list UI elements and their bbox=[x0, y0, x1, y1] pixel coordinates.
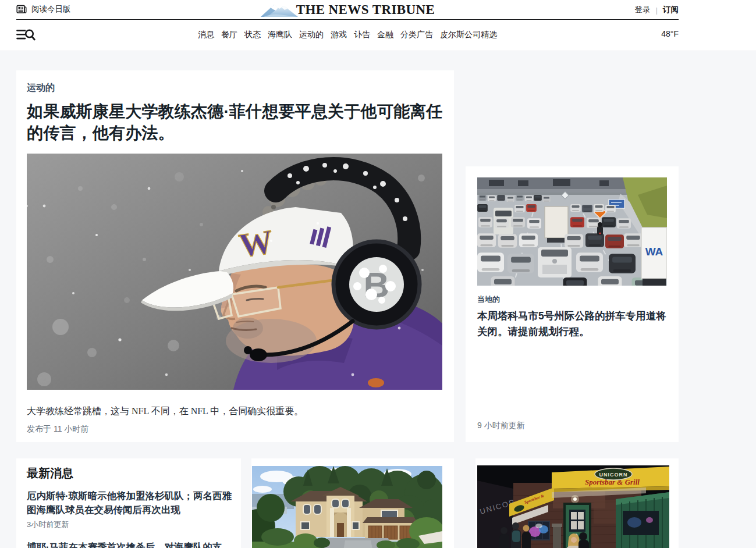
site-title: THE NEWS TRIBUNE bbox=[296, 2, 435, 17]
nav-item-finance[interactable]: 金融 bbox=[377, 30, 393, 40]
nav-bar: 消息 餐厅 状态 海鹰队 运动的 游戏 讣告 金融 分类广告 皮尔斯公司精选 4… bbox=[16, 19, 679, 50]
nav-item-sports[interactable]: 运动的 bbox=[299, 30, 324, 40]
account-separator: | bbox=[655, 6, 658, 15]
latest-news-item-timestamp: 3小时前更新 bbox=[27, 519, 232, 530]
sign-unicorn-text: UNICORN bbox=[599, 472, 628, 478]
main-article-image[interactable]: W B bbox=[27, 154, 442, 390]
latest-news-item-headline[interactable]: 博耶·马菲在本赛季首次擒杀后，对海鹰队的支 bbox=[27, 540, 232, 548]
house-image[interactable] bbox=[252, 466, 442, 548]
main-article-timestamp: 发布于 11 小时前 bbox=[27, 424, 443, 435]
local-article-timestamp: 9 小时前更新 bbox=[477, 421, 525, 431]
page: 阅读今日版 THE NEWS TRIBUNE bbox=[0, 0, 756, 548]
nav-item-games[interactable]: 游戏 bbox=[331, 30, 347, 40]
nav-item-state[interactable]: 状态 bbox=[244, 30, 261, 40]
truck-wa-text: WA bbox=[645, 245, 663, 258]
latest-news-card: 最新消息 厄内斯特·琼斯暗示他将加盟洛杉矶队；两名西雅图海鹰队球员在交易传闻后再… bbox=[16, 458, 241, 548]
traffic-image[interactable]: WA bbox=[477, 177, 667, 286]
weather-temperature[interactable]: 48°F bbox=[661, 29, 679, 38]
latest-news-title: 最新消息 bbox=[27, 465, 232, 481]
main-article-summary: 大学教练经常跳槽，这与 NFL 不同，在 NFL 中，合同确实很重要。 bbox=[27, 405, 443, 418]
masthead-logo[interactable]: THE NEWS TRIBUNE bbox=[16, 0, 679, 19]
main-article-headline[interactable]: 如果威斯康星大学教练杰德·菲什想要平息关于他可能离任的传言，他有办法。 bbox=[27, 101, 443, 144]
login-link[interactable]: 登录 bbox=[634, 5, 650, 15]
bar-image[interactable]: UNICORN UNICORN Sportsbar & Grill Sports… bbox=[477, 465, 669, 548]
main-article-card: 运动的 如果威斯康星大学教练杰德·菲什想要平息关于他可能离任的传言，他有办法。 bbox=[16, 70, 454, 442]
sign-script-text: Sportsbar & Grill bbox=[585, 478, 640, 486]
nav-item-news[interactable]: 消息 bbox=[198, 30, 214, 40]
subscribe-link[interactable]: 订阅 bbox=[663, 5, 679, 15]
nav-item-obituaries[interactable]: 讣告 bbox=[354, 30, 370, 40]
local-article-card: WA 当地的 本周塔科马市5号州际公路的拼车专用道将关闭。请提前规划行程。 9 … bbox=[466, 166, 679, 442]
top-bar: 阅读今日版 THE NEWS TRIBUNE bbox=[16, 0, 679, 20]
main-article-category[interactable]: 运动的 bbox=[27, 82, 443, 94]
nav-item-classifieds[interactable]: 分类广告 bbox=[400, 30, 433, 40]
local-article-category[interactable]: 当地的 bbox=[477, 295, 667, 304]
cap-w-letter: W bbox=[237, 222, 275, 264]
nav-item-restaurants[interactable]: 餐厅 bbox=[221, 30, 237, 40]
nav-item-seahawks[interactable]: 海鹰队 bbox=[268, 30, 292, 40]
account-links: 登录 | 订阅 bbox=[634, 5, 679, 15]
local-article-headline[interactable]: 本周塔科马市5号州际公路的拼车专用道将关闭。请提前规划行程。 bbox=[477, 308, 667, 340]
latest-news-item: 厄内斯特·琼斯暗示他将加盟洛杉矶队；两名西雅图海鹰队球员在交易传闻后再次出现 3… bbox=[27, 489, 232, 530]
primary-nav: 消息 餐厅 状态 海鹰队 运动的 游戏 讣告 金融 分类广告 皮尔斯公司精选 bbox=[16, 19, 679, 50]
house-article-card bbox=[251, 458, 454, 548]
latest-news-item-headline[interactable]: 厄内斯特·琼斯暗示他将加盟洛杉矶队；两名西雅图海鹰队球员在交易传闻后再次出现 bbox=[27, 489, 232, 517]
nav-item-pierce-picks[interactable]: 皮尔斯公司精选 bbox=[440, 30, 497, 40]
site-header: 阅读今日版 THE NEWS TRIBUNE bbox=[0, 0, 756, 51]
latest-news-item: 博耶·马菲在本赛季首次擒杀后，对海鹰队的支 bbox=[27, 540, 232, 548]
mount-rainier-logo-icon bbox=[260, 1, 299, 18]
bar-article-card: UNICORN UNICORN Sportsbar & Grill Sports… bbox=[475, 458, 679, 548]
